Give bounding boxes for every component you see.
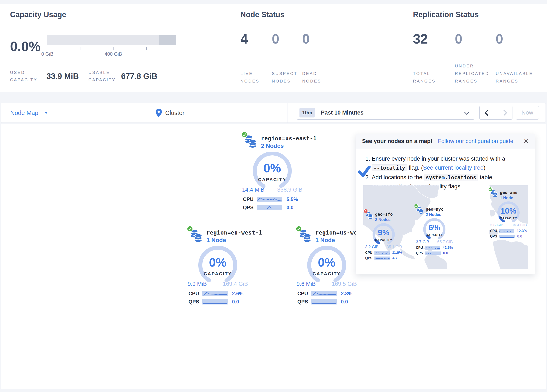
qps-row: QPS 0.0 [297, 299, 356, 305]
qps-row: QPS 0.0 [188, 299, 247, 305]
geo-locality: geo=ams [500, 190, 518, 195]
cpu-value: 2.6% [232, 291, 244, 296]
configuration-guide-link[interactable]: Follow our configuration guide [438, 138, 513, 144]
cpu-sparkline [202, 291, 228, 296]
qps-value: 0.0 [232, 299, 239, 305]
chevron-left-icon [485, 110, 491, 116]
cpu-label: CPU [297, 291, 311, 296]
time-pager [479, 106, 513, 120]
nodes-icon-wrap [190, 229, 203, 243]
region-node-count-link[interactable]: 2 Nodes [261, 143, 317, 149]
view-selector-dropdown[interactable]: Node Map ▼ [10, 103, 48, 123]
capacity-percent: 10% [495, 206, 522, 215]
cpu-label: CPU [365, 251, 375, 255]
region-card-us-west-1[interactable]: region=us-west-1 1 Node 0% CAPACITY 9.6 … [295, 229, 358, 305]
capacity-gauge: 10% CAPACITY [495, 201, 522, 225]
under-replicated-ranges-count: 0 [455, 31, 496, 47]
toolbar-divider [287, 103, 288, 123]
cpu-value: 42.5% [443, 246, 453, 250]
region-node-count-link[interactable]: 1 Node [206, 237, 262, 244]
qps-row: QPS 4.7 [365, 256, 402, 260]
cpu-row: CPU 2.8% [297, 291, 356, 296]
cpu-row: CPU 5.5% [243, 196, 301, 202]
geo-card-nyc[interactable]: geo=nyc 2 Nodes 6% CAPACITY 3.7 GiB 65.7… [416, 206, 453, 255]
cpu-value: 2.8% [341, 291, 352, 296]
geo-card-sfo[interactable]: geo=sfo 2 Nodes 9% CAPACITY 3.2 GiB 35.1… [365, 211, 402, 260]
region-card-eu-west-1[interactable]: region=eu-west-1 1 Node 0% CAPACITY 9.9 … [186, 229, 249, 305]
axis-tick-label: 0 GiB [41, 51, 53, 57]
time-back-button[interactable] [479, 106, 496, 119]
cpu-label: CPU [416, 246, 425, 250]
qps-sparkline [202, 299, 228, 304]
qps-value: 4.7 [392, 256, 397, 260]
cpu-row: CPU 12.3% [490, 229, 527, 233]
healthy-check-icon [488, 187, 493, 192]
capacity-bar-track [47, 35, 159, 45]
capacity-caption: CAPACITY [305, 271, 349, 277]
node-status-title: Node Status [240, 10, 387, 19]
live-nodes-count: 4 [240, 31, 272, 47]
now-button-label: Now [521, 109, 533, 116]
qps-label: QPS [365, 256, 375, 260]
chevron-down-icon: ▼ [44, 110, 48, 115]
dead-nodes-count: 0 [302, 31, 333, 47]
qps-value: 0.0 [287, 205, 293, 210]
capacity-gauge: 0% CAPACITY [250, 152, 294, 191]
popup-body: Ensure every node in your cluster was st… [356, 149, 535, 191]
qps-sparkline [499, 235, 515, 238]
capacity-caption: CAPACITY [370, 238, 397, 242]
capacity-caption: CAPACITY [196, 271, 240, 277]
region-card-us-east-1[interactable]: region=us-east-1 2 Nodes 0% CAPACITY 14.… [241, 134, 304, 210]
live-nodes-label: LIVENODES [240, 70, 272, 85]
cpu-sparkline [425, 246, 440, 250]
time-range-dropdown[interactable]: 10m Past 10 Minutes [297, 106, 474, 120]
axis-tick [47, 47, 47, 50]
locality-tree-link[interactable]: See current locality tree [423, 164, 484, 171]
unavailable-ranges-count: 0 [496, 31, 542, 47]
warning-icon [363, 209, 368, 213]
map-pin-icon [156, 109, 162, 117]
capacity-percent: 0% [196, 255, 240, 269]
cpu-value: 5.5% [287, 196, 298, 202]
nodes-icon-wrap [299, 229, 312, 243]
cpu-row: CPU 11.0% [365, 251, 402, 255]
view-selector-label: Node Map [10, 110, 38, 117]
used-capacity-label: USED CAPACITY [10, 69, 45, 83]
geo-node-count: 2 Nodes [375, 217, 393, 222]
close-icon[interactable]: ✕ [524, 138, 529, 145]
qps-label: QPS [243, 205, 257, 210]
capacity-usage-title: Capacity Usage [10, 10, 228, 19]
under-replicated-ranges-label: UNDER- REPLICATED RANGES [455, 62, 496, 85]
now-button[interactable]: Now [516, 106, 539, 120]
time-range-badge: 10m [300, 108, 315, 117]
time-forward-button[interactable] [496, 106, 513, 119]
chevron-down-icon [464, 110, 469, 115]
suspect-nodes-label: SUSPECTNODES [272, 70, 302, 85]
geo-node-count: 2 Nodes [426, 212, 443, 217]
qps-value: 0.0 [341, 299, 348, 305]
total-ranges-label: TOTALRANGES [413, 70, 455, 85]
node-status-section: Node Status 4 0 0 LIVENODES SUSPECTNODES… [240, 10, 387, 90]
cpu-value: 11.0% [392, 251, 402, 255]
usable-capacity-stat: USABLE CAPACITY 677.8 GiB [88, 69, 157, 83]
capacity-gauge: 0% CAPACITY [196, 246, 240, 285]
region-locality: region=us-east-1 [261, 135, 317, 142]
cpu-sparkline [257, 197, 282, 202]
replication-status-section: Replication Status 32 0 0 TOTALRANGES UN… [413, 10, 547, 90]
cpu-row: CPU 42.5% [416, 246, 453, 250]
capacity-bar: 0 GiB 400 GiB [47, 33, 177, 60]
qps-row: QPS 0.0 [416, 251, 453, 255]
axis-tick [146, 47, 147, 50]
cluster-summary-panel: Capacity Usage 0.0% 0 GiB 400 GiB USED C… [0, 4, 547, 92]
step-one: Ensure every node in your cluster was st… [372, 154, 528, 172]
total-ranges-count: 32 [413, 31, 455, 47]
capacity-percent: 9% [370, 228, 397, 237]
qps-value: 0.0 [517, 234, 522, 239]
cpu-value: 12.3% [517, 229, 527, 233]
geo-card-ams[interactable]: geo=ams 1 Node 10% CAPACITY 3.6 GiB 34.4… [490, 189, 527, 239]
qps-sparkline [257, 205, 282, 210]
geo-locality: geo=sfo [375, 212, 393, 217]
axis-tick-label: 400 GiB [104, 51, 122, 57]
healthy-check-icon [414, 204, 419, 208]
breadcrumb[interactable]: Cluster [156, 103, 185, 123]
